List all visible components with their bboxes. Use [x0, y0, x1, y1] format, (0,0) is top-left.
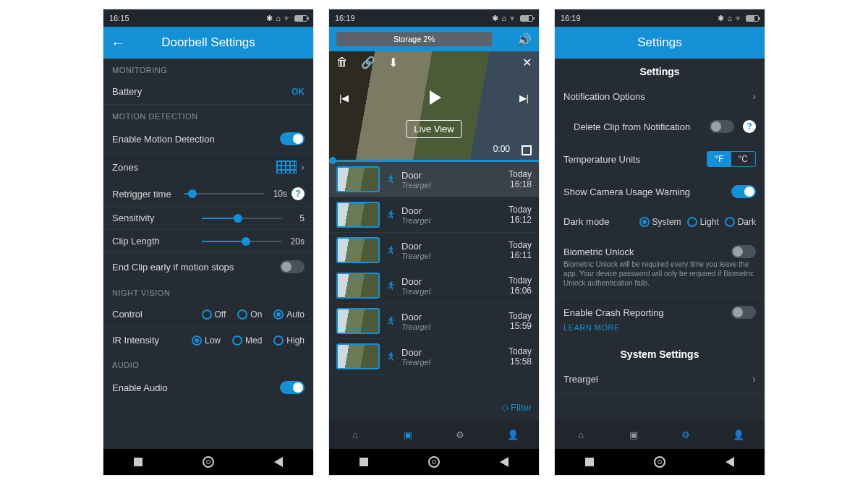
- back-icon[interactable]: ←: [111, 35, 125, 51]
- clip-item[interactable]: DoorTreargel Today16:11: [329, 233, 539, 268]
- tab-settings-icon[interactable]: ⚙: [678, 427, 693, 442]
- clip-item[interactable]: DoorTreargel Today16:12: [329, 197, 539, 233]
- row-battery[interactable]: Battery OK: [103, 79, 313, 105]
- share-icon[interactable]: 🔗: [361, 56, 375, 69]
- radio-dark-light[interactable]: Light: [687, 217, 719, 227]
- clip-time: 16:11: [510, 250, 532, 260]
- toggle-endclip[interactable]: [280, 260, 305, 273]
- clip-item[interactable]: DoorTreargel Today15:58: [329, 339, 539, 374]
- tab-clips-icon[interactable]: ▣: [401, 427, 415, 442]
- nav-recent-icon[interactable]: [359, 458, 368, 466]
- scrubber[interactable]: [329, 160, 539, 162]
- row-notification-options[interactable]: Notification Options ›: [555, 82, 765, 111]
- video-timer: 0:00: [493, 144, 510, 154]
- tab-clips-icon[interactable]: ▣: [626, 427, 641, 442]
- section-audio: AUDIO: [103, 354, 313, 374]
- row-enable-audio: Enable Audio: [103, 374, 313, 394]
- row-system-item[interactable]: Treargel ›: [555, 364, 765, 394]
- android-nav: [329, 449, 539, 475]
- tab-settings-icon[interactable]: ⚙: [453, 427, 467, 442]
- nav-back-icon[interactable]: [274, 457, 283, 467]
- clip-camera: Treargel: [401, 287, 503, 296]
- toggle-crash[interactable]: [731, 306, 756, 319]
- chevron-down-icon[interactable]: ⌄: [499, 31, 510, 47]
- slider-cliplength[interactable]: [202, 241, 281, 242]
- download-icon[interactable]: ⬇: [388, 56, 398, 69]
- phone-app-settings: 16:19 ✱⌂ᯤ Settings Settings Notification…: [554, 9, 765, 476]
- nav-home-icon[interactable]: [428, 456, 440, 468]
- fullscreen-icon[interactable]: [522, 145, 532, 155]
- radio-ir-high[interactable]: High: [273, 335, 305, 346]
- toggle-enable-audio[interactable]: [280, 381, 305, 394]
- toggle-delete-clip[interactable]: [710, 120, 734, 133]
- play-icon[interactable]: [430, 90, 441, 105]
- nav-recent-icon[interactable]: [134, 458, 142, 466]
- prev-clip-icon[interactable]: |◀: [339, 93, 349, 103]
- clip-camera: Treargel: [401, 322, 503, 331]
- phone-doorbell-settings: 16:15 ✱⌂ᯤ ← Doorbell Settings MONITORING…: [103, 9, 314, 476]
- video-player[interactable]: 🗑 🔗 ⬇ ✕ |◀ ▶| Live View 0:00: [329, 51, 539, 160]
- nav-home-icon[interactable]: [654, 456, 665, 468]
- storage-bar[interactable]: Storage 2%: [336, 32, 492, 46]
- tab-home-icon[interactable]: ⌂: [348, 427, 362, 442]
- clip-item[interactable]: DoorTreargel Today16:06: [329, 268, 539, 304]
- toggle-enable-motion[interactable]: [280, 132, 305, 145]
- page-title: Doorbell Settings: [161, 35, 255, 50]
- toggle-cam-warning[interactable]: [731, 185, 756, 198]
- android-nav: [103, 449, 313, 475]
- motion-icon: [386, 351, 396, 362]
- status-bar: 16:19 ✱⌂ᯤ: [329, 9, 539, 27]
- segment-temp-units[interactable]: °F °C: [707, 151, 756, 167]
- nav-back-icon[interactable]: [500, 457, 509, 467]
- nav-recent-icon[interactable]: [585, 458, 594, 466]
- trash-icon[interactable]: 🗑: [336, 56, 348, 69]
- app-bar: Settings: [555, 27, 765, 59]
- toggle-biometric[interactable]: [731, 245, 756, 258]
- radio-ir-low[interactable]: Low: [192, 335, 221, 346]
- row-zones[interactable]: Zones ›: [103, 153, 313, 181]
- clip-camera: Treargel: [401, 181, 503, 189]
- clip-camera: Treargel: [401, 252, 503, 260]
- radio-nv-on[interactable]: On: [237, 309, 262, 320]
- help-button[interactable]: ?: [743, 120, 756, 133]
- page-title: Settings: [637, 35, 681, 50]
- filter-button[interactable]: ◇ Filter: [329, 395, 539, 420]
- seg-f[interactable]: °F: [707, 152, 731, 166]
- tab-account-icon[interactable]: 👤: [506, 427, 520, 442]
- clip-day: Today: [509, 346, 532, 356]
- clip-camera: Treargel: [401, 358, 503, 367]
- clip-item[interactable]: DoorTreargel Today16:18: [329, 162, 539, 197]
- radio-nv-auto[interactable]: Auto: [273, 309, 305, 320]
- section-night: NIGHT VISION: [103, 281, 313, 301]
- motion-icon: [386, 280, 396, 291]
- radio-dark-system[interactable]: System: [639, 217, 681, 227]
- status-time: 16:19: [335, 14, 355, 22]
- live-view-button[interactable]: Live View: [406, 120, 461, 138]
- battery-value: OK: [292, 87, 305, 97]
- radio-dark-dark[interactable]: Dark: [725, 217, 756, 227]
- close-icon[interactable]: ✕: [522, 56, 532, 69]
- nav-home-icon[interactable]: [203, 456, 214, 468]
- status-bar: 16:19 ✱⌂ᯤ: [555, 9, 765, 27]
- help-button[interactable]: ?: [292, 187, 305, 200]
- tab-account-icon[interactable]: 👤: [731, 427, 746, 442]
- speaker-icon[interactable]: 🔊: [517, 33, 532, 46]
- zones-grid-icon: [276, 160, 297, 174]
- motion-icon: [386, 174, 396, 185]
- slider-retrigger[interactable]: [184, 193, 264, 194]
- radio-ir-med[interactable]: Med: [232, 335, 262, 346]
- settings-content: Settings Notification Options › Delete C…: [555, 59, 765, 449]
- clip-time: 16:18: [510, 179, 532, 189]
- nav-back-icon[interactable]: [726, 457, 734, 467]
- status-time: 16:19: [561, 14, 581, 22]
- seg-c[interactable]: °C: [731, 152, 755, 166]
- next-clip-icon[interactable]: ▶|: [519, 93, 529, 103]
- clip-day: Today: [509, 205, 532, 215]
- clip-thumbnail: [336, 202, 380, 228]
- slider-sensitivity[interactable]: [202, 218, 281, 219]
- tab-home-icon[interactable]: ⌂: [574, 427, 588, 442]
- learn-more-link[interactable]: LEARN MORE: [563, 323, 756, 332]
- clip-item[interactable]: DoorTreargel Today15:59: [329, 304, 539, 339]
- radio-nv-off[interactable]: Off: [202, 309, 226, 320]
- row-cliplength: Clip Length 20s: [103, 230, 313, 253]
